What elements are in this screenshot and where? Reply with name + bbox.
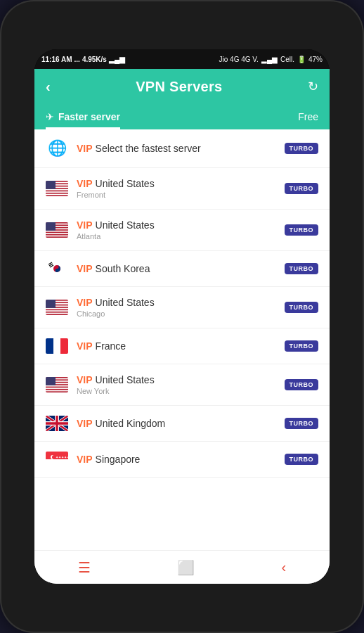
status-cell: Cell. [280, 56, 294, 63]
server-name: VIP Select the fastest server [77, 143, 276, 154]
header-tabs: ✈ Faster server Free [46, 104, 318, 129]
server-title: United States [96, 374, 155, 385]
svg-rect-30 [53, 338, 60, 354]
vip-label: VIP [77, 143, 93, 154]
status-time: 11:16 AM [41, 56, 72, 63]
status-battery-pct: 47% [308, 56, 323, 63]
list-item[interactable]: 🌐 VIP Select the fastest server TURBO [34, 129, 330, 168]
list-item[interactable]: VIP United States Atlanta TURBO [34, 210, 330, 251]
status-dots: ... [74, 56, 80, 63]
svg-rect-15 [46, 222, 56, 231]
server-info: VIP Select the fastest server [77, 143, 276, 154]
svg-rect-42 [46, 459, 68, 467]
server-info: VIP United States New York [77, 374, 276, 395]
vip-label: VIP [77, 454, 93, 465]
flag-kr-icon [46, 261, 68, 276]
turbo-badge: TURBO [285, 143, 319, 154]
tab-free[interactable]: Free [298, 104, 318, 129]
app-content: ‹ VPN Servers ↻ ✈ Faster server Free [34, 69, 330, 584]
menu-button[interactable]: ☰ [72, 554, 96, 582]
svg-rect-26 [46, 310, 68, 312]
server-title: United States [96, 219, 155, 231]
phone-screen: 11:16 AM ... 4.95K/s ▂▄▆ Jio 4G 4G V. ▂▄… [34, 49, 330, 584]
server-name: VIP France [77, 340, 276, 352]
vip-label: VIP [77, 219, 93, 231]
svg-rect-14 [46, 236, 68, 237]
server-title: South Korea [96, 263, 150, 274]
turbo-badge: TURBO [285, 263, 319, 274]
server-title: Singapore [96, 454, 141, 465]
bottom-nav: ☰ ⬜ ‹ [34, 550, 330, 584]
server-subtitle: New York [77, 387, 276, 395]
svg-rect-4 [46, 189, 68, 191]
vip-label: VIP [77, 297, 93, 308]
server-list: 🌐 VIP Select the fastest server TURBO [34, 129, 330, 550]
server-title: United States [96, 297, 155, 308]
flag-us-icon [46, 181, 68, 196]
server-title: United Kingdom [96, 418, 166, 429]
server-info: VIP United States Atlanta [77, 219, 276, 241]
list-item[interactable]: VIP South Korea TURBO [34, 251, 330, 287]
server-name: VIP United States [77, 219, 276, 231]
vip-label: VIP [77, 340, 93, 352]
list-item[interactable]: VIP United States Fremont TURBO [34, 168, 330, 210]
svg-rect-36 [46, 385, 68, 387]
status-signal-bars: ▂▄▆ [109, 56, 125, 63]
server-info: VIP United States Chicago [77, 297, 276, 318]
phone-frame: 11:16 AM ... 4.95K/s ▂▄▆ Jio 4G 4G V. ▂▄… [0, 0, 364, 633]
turbo-badge: TURBO [285, 183, 319, 194]
svg-rect-5 [46, 191, 68, 193]
page-title: VPN Servers [136, 79, 222, 95]
svg-rect-37 [46, 388, 68, 389]
tab-faster-server[interactable]: ✈ Faster server [46, 104, 131, 129]
flag-fr-icon [46, 338, 68, 354]
server-info: VIP United Kingdom [77, 418, 276, 429]
back-button[interactable]: ‹ [46, 79, 51, 95]
list-item[interactable]: VIP France TURBO [34, 328, 330, 364]
svg-rect-39 [46, 377, 56, 385]
list-item[interactable]: VIP United Kingdom TURBO [34, 406, 330, 442]
flag-uk-icon [46, 416, 68, 431]
svg-rect-28 [46, 300, 56, 308]
server-name: VIP United Kingdom [77, 418, 276, 429]
flag-us-icon [46, 377, 68, 392]
svg-rect-38 [46, 390, 68, 392]
flag-us-icon [46, 300, 68, 315]
turbo-badge: TURBO [285, 418, 319, 429]
vip-label: VIP [77, 263, 93, 274]
status-signal: ▂▄▆ [261, 56, 278, 63]
vip-label: VIP [77, 178, 93, 189]
airplane-icon: ✈ [46, 111, 54, 129]
svg-text:✦✦✦✦✦: ✦✦✦✦✦ [56, 455, 68, 459]
svg-rect-12 [46, 231, 68, 232]
svg-rect-13 [46, 233, 68, 234]
refresh-button[interactable]: ↻ [308, 79, 318, 94]
server-subtitle: Atlanta [77, 232, 276, 241]
home-button[interactable]: ⬜ [171, 554, 200, 582]
flag-sg-icon: ✦✦✦✦✦ [46, 452, 68, 467]
svg-rect-27 [46, 313, 68, 314]
server-subtitle: Fremont [77, 191, 276, 199]
server-info: VIP Singapore [77, 454, 276, 465]
status-left: 11:16 AM ... 4.95K/s ▂▄▆ [41, 56, 125, 63]
back-nav-button[interactable]: ‹ [276, 554, 292, 581]
globe-icon: 🌐 [46, 139, 68, 158]
turbo-badge: TURBO [285, 302, 319, 313]
server-subtitle: Chicago [77, 309, 276, 318]
server-info: VIP South Korea [77, 263, 276, 274]
list-item[interactable]: VIP United States Chicago TURBO [34, 287, 330, 328]
vip-label: VIP [77, 374, 93, 385]
status-carrier: Jio 4G 4G V. [219, 56, 259, 63]
svg-rect-7 [46, 181, 56, 189]
turbo-badge: TURBO [285, 379, 319, 390]
list-item[interactable]: ✦✦✦✦✦ VIP Singapore TURBO [34, 442, 330, 478]
vip-label: VIP [77, 418, 93, 429]
server-info: VIP France [77, 340, 276, 352]
list-item[interactable]: VIP United States New York TURBO [34, 364, 330, 406]
status-battery: 🔋 [297, 56, 306, 63]
status-speed: 4.95K/s [82, 56, 107, 63]
server-name: VIP United States [77, 178, 276, 189]
server-name: VIP South Korea [77, 263, 276, 274]
turbo-badge: TURBO [285, 224, 319, 236]
flag-us-icon [46, 222, 68, 238]
